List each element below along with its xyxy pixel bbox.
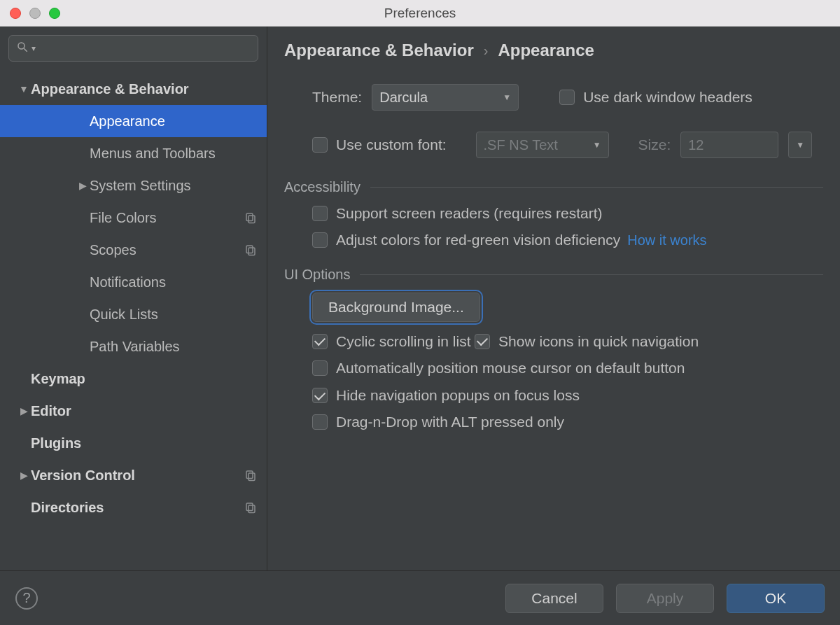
tree-item-label: Version Control xyxy=(31,468,244,484)
tree-item-label: Notifications xyxy=(90,274,257,290)
auto-cursor-checkbox[interactable]: Automatically position mouse cursor on d… xyxy=(312,360,685,377)
settings-tree: ▼Appearance & BehaviorAppearanceMenus an… xyxy=(0,69,267,570)
section-ui-options: UI Options xyxy=(284,267,823,283)
project-scope-icon xyxy=(244,469,257,482)
chevron-right-icon: › xyxy=(484,43,489,59)
disclosure-right-icon: ▶ xyxy=(17,470,31,481)
tree-item[interactable]: Path Variables xyxy=(0,330,267,363)
theme-label: Theme: xyxy=(312,89,362,106)
svg-rect-2 xyxy=(246,213,253,221)
help-button[interactable]: ? xyxy=(15,587,38,610)
search-history-icon[interactable]: ▾ xyxy=(31,43,36,53)
how-it-works-link[interactable]: How it works xyxy=(627,232,706,248)
svg-rect-4 xyxy=(246,246,253,253)
main: ▾ ▼Appearance & BehaviorAppearanceMenus … xyxy=(0,27,840,570)
tree-item[interactable]: Directories xyxy=(0,491,267,524)
theme-select[interactable]: Darcula ▼ xyxy=(372,84,519,111)
tree-item-label: File Colors xyxy=(90,210,244,226)
breadcrumb: Appearance & Behavior › Appearance xyxy=(267,27,840,71)
tree-item-label: Scopes xyxy=(90,242,244,258)
tree-item[interactable]: ▶Version Control xyxy=(0,459,267,491)
apply-button[interactable]: Apply xyxy=(616,584,714,613)
dnd-alt-checkbox[interactable]: Drag-n-Drop with ALT pressed only xyxy=(312,414,564,430)
hide-popups-checkbox[interactable]: Hide navigation popups on focus loss xyxy=(312,387,580,404)
svg-rect-8 xyxy=(246,503,253,511)
tree-item[interactable]: Notifications xyxy=(0,266,267,298)
tree-item[interactable]: Keymap xyxy=(0,363,267,395)
tree-item-label: Editor xyxy=(31,403,257,419)
svg-line-1 xyxy=(24,48,27,52)
font-name-value: .SF NS Text xyxy=(484,137,558,153)
search-input[interactable]: ▾ xyxy=(8,35,258,62)
tree-item[interactable]: Menus and Toolbars xyxy=(0,137,267,169)
tree-item-label: Directories xyxy=(31,500,244,516)
screen-readers-checkbox[interactable]: Support screen readers (requires restart… xyxy=(312,205,603,222)
svg-rect-6 xyxy=(246,471,253,479)
dialog-footer: ? Cancel Apply OK xyxy=(0,570,840,625)
theme-value: Darcula xyxy=(379,90,428,106)
breadcrumb-root: Appearance & Behavior xyxy=(284,41,474,60)
svg-rect-5 xyxy=(248,248,255,255)
breadcrumb-leaf: Appearance xyxy=(498,41,594,60)
cyclic-scrolling-checkbox[interactable]: Cyclic scrolling in list xyxy=(312,333,471,350)
svg-point-0 xyxy=(18,43,24,49)
tree-item[interactable]: ▶System Settings xyxy=(0,169,267,202)
tree-item[interactable]: ▼Appearance & Behavior xyxy=(0,73,267,105)
tree-item-label: Plugins xyxy=(31,435,257,451)
tree-item[interactable]: Appearance xyxy=(0,105,267,137)
use-custom-font-checkbox[interactable]: Use custom font: xyxy=(312,136,447,153)
cancel-button[interactable]: Cancel xyxy=(505,584,603,613)
chevron-down-icon: ▼ xyxy=(593,140,601,150)
window-title: Preferences xyxy=(0,6,840,21)
tree-item[interactable]: File Colors xyxy=(0,202,267,234)
disclosure-down-icon: ▼ xyxy=(17,83,31,94)
font-size-label: Size: xyxy=(638,136,671,153)
svg-rect-9 xyxy=(248,505,255,513)
font-name-select[interactable]: .SF NS Text ▼ xyxy=(476,132,609,158)
tree-item[interactable]: ▶Editor xyxy=(0,395,267,427)
svg-rect-3 xyxy=(248,216,255,223)
svg-rect-7 xyxy=(248,473,255,481)
sidebar: ▾ ▼Appearance & BehaviorAppearanceMenus … xyxy=(0,27,267,570)
settings-panel: Appearance & Behavior › Appearance Theme… xyxy=(267,27,840,570)
tree-item-label: Quick Lists xyxy=(90,307,257,323)
dark-headers-checkbox[interactable]: Use dark window headers xyxy=(559,89,752,106)
chevron-down-icon: ▼ xyxy=(503,92,511,102)
tree-item[interactable]: Scopes xyxy=(0,234,267,266)
disclosure-right-icon: ▶ xyxy=(17,405,31,416)
section-accessibility: Accessibility xyxy=(284,179,823,195)
quick-nav-icons-checkbox[interactable]: Show icons in quick navigation xyxy=(475,333,699,350)
tree-item-label: Appearance & Behavior xyxy=(31,81,257,97)
background-image-button[interactable]: Background Image... xyxy=(312,293,480,322)
font-size-input[interactable]: 12 xyxy=(680,132,778,158)
project-scope-icon xyxy=(244,501,257,514)
tree-item-label: Menus and Toolbars xyxy=(90,146,257,162)
tree-item-label: System Settings xyxy=(90,178,257,194)
tree-item-label: Keymap xyxy=(31,371,257,387)
ok-button[interactable]: OK xyxy=(727,584,825,613)
tree-item[interactable]: Quick Lists xyxy=(0,298,267,330)
color-deficiency-checkbox[interactable]: Adjust colors for red-green vision defic… xyxy=(312,232,620,248)
tree-item-label: Path Variables xyxy=(90,339,257,355)
project-scope-icon xyxy=(244,244,257,256)
tree-item[interactable]: Plugins xyxy=(0,427,267,459)
titlebar: Preferences xyxy=(0,0,840,27)
font-size-stepper[interactable]: ▼ xyxy=(788,132,812,158)
tree-item-label: Appearance xyxy=(90,113,257,129)
search-icon xyxy=(16,41,29,57)
chevron-down-icon: ▼ xyxy=(796,140,804,150)
disclosure-right-icon: ▶ xyxy=(76,180,90,191)
project-scope-icon xyxy=(244,211,257,224)
